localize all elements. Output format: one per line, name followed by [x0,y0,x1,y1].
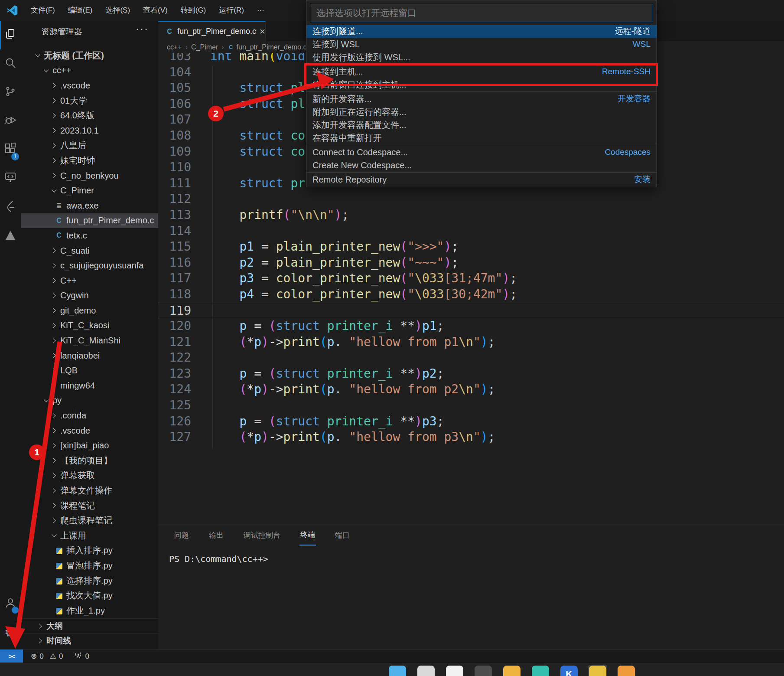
tree-item-C_Pimer[interactable]: C_Pimer [21,183,158,198]
activity-account-button[interactable] [0,589,21,618]
activity-explorer-button[interactable] [0,21,21,49]
activity-triangle-extension-button[interactable] [0,221,21,250]
tree-item-lanqiaobei[interactable]: lanqiaobei [21,348,158,363]
taskbar-circle-k-blue[interactable]: K [560,666,578,676]
tree-item-____.py[interactable]: 冒泡排序.py [21,558,158,573]
code-token: struct [239,128,283,143]
menu-item-4[interactable]: 转到(G) [174,6,213,14]
menu-item-5[interactable]: 运行(R) [212,6,250,14]
tree-item-awa.exe[interactable]: ≣awa.exe [21,198,158,213]
breadcrumb-item[interactable]: C_Pimer [191,43,218,51]
tree-item-C_no_benkyou[interactable]: C_no_benkyou [21,168,158,183]
tree-item-___1.py[interactable]: 作业_1.py [21,603,158,618]
tree-item-___[interactable]: 上课用 [21,528,158,543]
tree-item-____.py[interactable]: 选择排序.py [21,573,158,588]
taskbar-crown-gold[interactable] [589,666,606,676]
tree-item-2023.10.1[interactable]: 2023.10.1 [21,123,158,138]
tree-item-____[interactable]: 弹幕获取 [21,468,158,483]
tree-item-KiT_C_kaosi[interactable]: KiT_C_kaosi [21,318,158,333]
code-token: plain_printer_new [276,239,400,254]
quick-pick-item-6[interactable]: 附加到正在运行的容器... [306,105,657,118]
remote-indicator-button[interactable]: >< [0,650,23,663]
problems-status[interactable]: ⊗ 0 ⚠ 0 [31,652,63,661]
panel-tab-3[interactable]: 终端 [299,525,316,545]
taskbar-briefcase-white[interactable] [446,666,463,676]
activity-extensions-button[interactable]: 1 [0,135,21,164]
tree-item-fun_ptr_Pimer_demo.c[interactable]: Cfun_ptr_Pimer_demo.c [21,213,158,229]
activity-source-control-button[interactable] [0,78,21,107]
tree-item-_________[interactable]: 无标题 (工作区) [21,48,158,63]
code-token [210,208,239,222]
tree-item-tetx.c[interactable]: Ctetx.c [21,228,158,243]
taskbar-folder-yellow[interactable] [503,666,520,676]
tree-item-.conda[interactable]: .conda [21,408,158,423]
activity-settings-gear-button[interactable]: ⚙ [0,618,21,647]
quick-pick-item-2[interactable]: 使用发行版连接到 WSL... [306,51,657,64]
quick-pick-item-8[interactable]: 在容器中重新打开 [306,131,657,144]
menu-item-2[interactable]: 选择(S) [99,6,137,14]
quick-pick-item-9[interactable]: Connect to Codespace...Codespaces [306,146,657,159]
panel-tab-4[interactable]: 端口 [334,526,351,545]
quick-pick-item-5[interactable]: 新的开发容器...开发容器 [306,92,657,105]
tree-item-cc++[interactable]: cc++ [21,63,158,78]
taskbar-pyramid-dark[interactable] [475,666,492,676]
panel-tab-1[interactable]: 输出 [208,526,224,545]
activity-leetcode-hook-button[interactable] [0,193,21,221]
tree-item-LQB[interactable]: LQB [21,363,158,378]
tree-item-______[interactable]: 爬虫课程笔记 [21,513,158,528]
activity-bar: 1 ⚙ [0,21,21,649]
code-token: ( [239,335,247,349]
tree-item-____[interactable]: 课程笔记 [21,498,158,513]
breadcrumb-item[interactable]: fun_ptr_Pimer_demo.c [237,43,307,51]
tree-item-01__[interactable]: 01大学 [21,93,158,108]
tree-item-C++[interactable]: C++ [21,273,158,288]
tree-item-.vscode[interactable]: .vscode [21,78,158,93]
taskbar-round-teal[interactable] [532,666,549,676]
taskbar-window-split-blue[interactable] [389,666,406,676]
tree-item-py[interactable]: py [21,393,158,408]
outline-section-header[interactable]: 大纲 [21,618,158,633]
tree-item-______[interactable]: 弹幕文件操作 [21,483,158,498]
quick-pick-item-10[interactable]: Create New Codespace... [306,159,657,172]
quick-pick-input[interactable] [311,8,652,18]
taskbar-app-light-gray[interactable] [417,666,435,676]
tree-item-mingw64[interactable]: mingw64 [21,378,158,393]
tree-item-.vscode[interactable]: .vscode [21,423,158,438]
tree-item-KiT_C_MianShi[interactable]: KiT_C_MianShi [21,333,158,348]
broadcast-status[interactable]: 0 [74,652,89,661]
tree-item-C_suati[interactable]: C_suati [21,243,158,258]
line-number: 110 [158,160,209,176]
tree-item-___[interactable]: 八皇后 [21,138,158,153]
panel-tab-2[interactable]: 调试控制台 [243,526,281,545]
tab-close-icon[interactable]: × [260,26,265,37]
menu-more-button[interactable]: ··· [250,0,271,21]
tree-item-Cygwin[interactable]: Cygwin [21,288,158,304]
chevron-down-icon [34,52,42,59]
quick-pick-item-7[interactable]: 添加开发容器配置文件... [306,118,657,131]
quick-pick-item-0[interactable]: 连接到隧道...远程-隧道 [306,25,657,38]
tree-item-64.0__[interactable]: 64.0终版 [21,108,158,123]
menu-item-0[interactable]: 文件(F) [24,6,62,14]
tree-item-git_demo[interactable]: git_demo [21,303,158,318]
quick-pick-item-1[interactable]: 连接到 WSLWSL [306,38,657,51]
tree-item-____.py[interactable]: 找次大值.py [21,588,158,603]
tree-item-____.py[interactable]: 插入排序.py [21,543,158,558]
tab-fun-ptr-pimer-demo[interactable]: C fun_ptr_Pimer_demo.c × [158,21,266,41]
code-token: p2 [239,255,254,270]
chevron-right-icon [50,472,58,480]
quick-pick-item-11[interactable]: Remote Repository安装 [306,173,657,186]
activity-remote-explorer-button[interactable] [0,164,21,193]
explorer-more-actions-button[interactable]: ··· [136,23,149,35]
quick-pick-item-label: Create New Codespace... [312,160,651,170]
activity-search-button[interactable] [0,49,21,78]
activity-run-debug-button[interactable] [0,107,21,135]
breadcrumb-item[interactable]: cc++ [167,43,182,51]
taskbar-square-orange[interactable] [618,666,635,676]
timeline-section-header[interactable]: 时间线 [21,633,158,648]
tree-item-____[interactable]: 妹宅时钟 [21,153,158,168]
menu-item-3[interactable]: 查看(V) [137,6,174,14]
panel-tab-0[interactable]: 问题 [173,526,190,545]
menu-item-1[interactable]: 编辑(E) [62,6,99,14]
tree-item-c_sujujiegouyusuanfa[interactable]: c_sujujiegouyusuanfa [21,258,158,273]
terminal-prompt[interactable]: PS D:\command\cc++> [169,554,268,564]
